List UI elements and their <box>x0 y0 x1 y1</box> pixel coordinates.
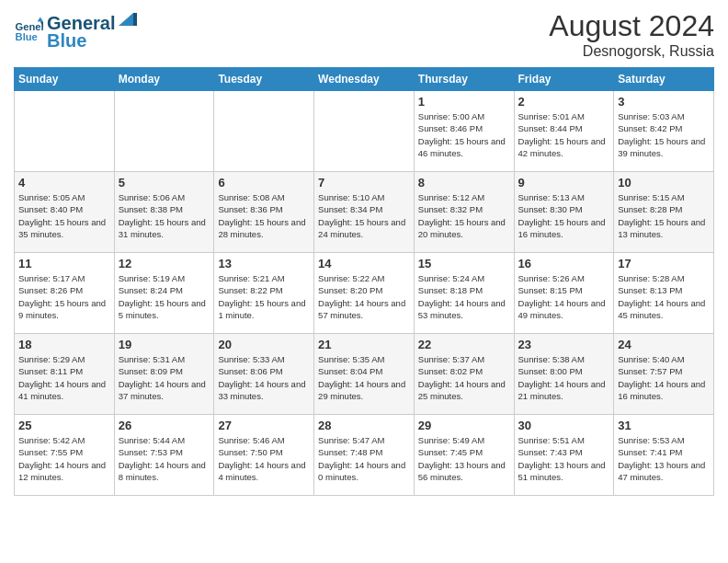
day-info: Sunrise: 5:01 AM Sunset: 8:44 PM Dayligh… <box>518 110 610 159</box>
day-number: 27 <box>218 419 310 432</box>
day-info: Sunrise: 5:26 AM Sunset: 8:15 PM Dayligh… <box>518 272 610 321</box>
calendar-cell: 23Sunrise: 5:38 AM Sunset: 8:00 PM Dayli… <box>514 334 614 415</box>
calendar-cell: 7Sunrise: 5:10 AM Sunset: 8:34 PM Daylig… <box>314 172 415 253</box>
calendar-cell: 27Sunrise: 5:46 AM Sunset: 7:50 PM Dayli… <box>214 415 314 496</box>
day-info: Sunrise: 5:22 AM Sunset: 8:20 PM Dayligh… <box>318 272 410 321</box>
weekday-header-sunday: Sunday <box>15 68 115 91</box>
day-info: Sunrise: 5:53 AM Sunset: 7:41 PM Dayligh… <box>618 434 710 483</box>
calendar-cell: 17Sunrise: 5:28 AM Sunset: 8:13 PM Dayli… <box>614 253 714 334</box>
day-info: Sunrise: 5:03 AM Sunset: 8:42 PM Dayligh… <box>618 110 710 159</box>
day-info: Sunrise: 5:05 AM Sunset: 8:40 PM Dayligh… <box>18 191 110 240</box>
day-info: Sunrise: 5:49 AM Sunset: 7:45 PM Dayligh… <box>418 434 510 483</box>
day-number: 11 <box>18 257 110 270</box>
calendar-cell: 5Sunrise: 5:06 AM Sunset: 8:38 PM Daylig… <box>114 172 214 253</box>
day-info: Sunrise: 5:06 AM Sunset: 8:38 PM Dayligh… <box>119 191 210 240</box>
day-number: 17 <box>618 257 710 270</box>
day-number: 5 <box>119 176 210 190</box>
logo: General Blue General Blue <box>14 9 139 52</box>
day-info: Sunrise: 5:00 AM Sunset: 8:46 PM Dayligh… <box>418 110 510 159</box>
calendar-cell: 29Sunrise: 5:49 AM Sunset: 7:45 PM Dayli… <box>414 415 514 496</box>
calendar-cell: 6Sunrise: 5:08 AM Sunset: 8:36 PM Daylig… <box>214 172 314 253</box>
day-number: 15 <box>418 257 510 270</box>
day-info: Sunrise: 5:13 AM Sunset: 8:30 PM Dayligh… <box>518 191 610 240</box>
location: Desnogorsk, Russia <box>549 43 714 60</box>
day-number: 23 <box>518 338 610 351</box>
svg-marker-2 <box>38 17 43 22</box>
calendar-table: SundayMondayTuesdayWednesdayThursdayFrid… <box>14 67 714 496</box>
calendar-cell: 1Sunrise: 5:00 AM Sunset: 8:46 PM Daylig… <box>414 91 514 172</box>
day-number: 30 <box>518 419 610 432</box>
day-info: Sunrise: 5:42 AM Sunset: 7:55 PM Dayligh… <box>18 434 110 483</box>
day-info: Sunrise: 5:35 AM Sunset: 8:04 PM Dayligh… <box>318 353 410 402</box>
day-info: Sunrise: 5:44 AM Sunset: 7:53 PM Dayligh… <box>119 434 210 483</box>
day-number: 7 <box>318 176 410 190</box>
weekday-header-tuesday: Tuesday <box>214 68 314 91</box>
day-number: 18 <box>18 338 110 351</box>
calendar-cell: 10Sunrise: 5:15 AM Sunset: 8:28 PM Dayli… <box>614 172 714 253</box>
day-number: 19 <box>119 338 210 351</box>
calendar-cell: 21Sunrise: 5:35 AM Sunset: 8:04 PM Dayli… <box>314 334 415 415</box>
day-info: Sunrise: 5:10 AM Sunset: 8:34 PM Dayligh… <box>318 191 410 240</box>
calendar-cell <box>314 91 415 172</box>
day-info: Sunrise: 5:17 AM Sunset: 8:26 PM Dayligh… <box>18 272 110 321</box>
day-number: 21 <box>318 338 410 351</box>
day-info: Sunrise: 5:51 AM Sunset: 7:43 PM Dayligh… <box>518 434 610 483</box>
day-number: 31 <box>618 419 710 432</box>
calendar-cell: 12Sunrise: 5:19 AM Sunset: 8:24 PM Dayli… <box>114 253 214 334</box>
day-number: 9 <box>518 176 610 190</box>
weekday-header-monday: Monday <box>114 68 214 91</box>
header-row: SundayMondayTuesdayWednesdayThursdayFrid… <box>15 68 714 91</box>
day-number: 20 <box>218 338 310 351</box>
day-info: Sunrise: 5:33 AM Sunset: 8:06 PM Dayligh… <box>218 353 310 402</box>
calendar-cell: 18Sunrise: 5:29 AM Sunset: 8:11 PM Dayli… <box>15 334 115 415</box>
day-info: Sunrise: 5:40 AM Sunset: 7:57 PM Dayligh… <box>618 353 710 402</box>
day-info: Sunrise: 5:31 AM Sunset: 8:09 PM Dayligh… <box>119 353 210 402</box>
logo-icon: General Blue <box>14 16 43 45</box>
day-number: 26 <box>119 419 210 432</box>
day-info: Sunrise: 5:24 AM Sunset: 8:18 PM Dayligh… <box>418 272 510 321</box>
calendar-cell: 3Sunrise: 5:03 AM Sunset: 8:42 PM Daylig… <box>614 91 714 172</box>
calendar-cell <box>15 91 115 172</box>
day-number: 14 <box>318 257 410 270</box>
day-number: 2 <box>518 95 610 109</box>
calendar-cell: 8Sunrise: 5:12 AM Sunset: 8:32 PM Daylig… <box>414 172 514 253</box>
svg-text:General: General <box>16 21 43 32</box>
day-info: Sunrise: 5:08 AM Sunset: 8:36 PM Dayligh… <box>218 191 310 240</box>
weekday-header-saturday: Saturday <box>614 68 714 91</box>
day-number: 10 <box>618 176 710 190</box>
header: General Blue General Blue August 2024 De… <box>14 9 714 60</box>
week-row-1: 1Sunrise: 5:00 AM Sunset: 8:46 PM Daylig… <box>15 91 714 172</box>
svg-marker-4 <box>119 13 133 26</box>
calendar-cell <box>214 91 314 172</box>
day-number: 8 <box>418 176 510 190</box>
day-info: Sunrise: 5:38 AM Sunset: 8:00 PM Dayligh… <box>518 353 610 402</box>
weekday-header-wednesday: Wednesday <box>314 68 415 91</box>
day-number: 25 <box>18 419 110 432</box>
calendar-cell: 4Sunrise: 5:05 AM Sunset: 8:40 PM Daylig… <box>15 172 115 253</box>
title-block: August 2024 Desnogorsk, Russia <box>549 9 714 60</box>
svg-text:Blue: Blue <box>16 31 38 42</box>
calendar-cell: 19Sunrise: 5:31 AM Sunset: 8:09 PM Dayli… <box>114 334 214 415</box>
day-number: 28 <box>318 419 410 432</box>
calendar-cell: 28Sunrise: 5:47 AM Sunset: 7:48 PM Dayli… <box>314 415 415 496</box>
calendar-cell: 14Sunrise: 5:22 AM Sunset: 8:20 PM Dayli… <box>314 253 415 334</box>
day-info: Sunrise: 5:21 AM Sunset: 8:22 PM Dayligh… <box>218 272 310 321</box>
calendar-cell: 31Sunrise: 5:53 AM Sunset: 7:41 PM Dayli… <box>614 415 714 496</box>
month-year: August 2024 <box>549 9 714 43</box>
day-info: Sunrise: 5:15 AM Sunset: 8:28 PM Dayligh… <box>618 191 710 240</box>
day-number: 24 <box>618 338 710 351</box>
week-row-4: 18Sunrise: 5:29 AM Sunset: 8:11 PM Dayli… <box>15 334 714 415</box>
day-info: Sunrise: 5:28 AM Sunset: 8:13 PM Dayligh… <box>618 272 710 321</box>
calendar-cell: 16Sunrise: 5:26 AM Sunset: 8:15 PM Dayli… <box>514 253 614 334</box>
day-number: 6 <box>218 176 310 190</box>
calendar-cell: 13Sunrise: 5:21 AM Sunset: 8:22 PM Dayli… <box>214 253 314 334</box>
day-info: Sunrise: 5:46 AM Sunset: 7:50 PM Dayligh… <box>218 434 310 483</box>
week-row-5: 25Sunrise: 5:42 AM Sunset: 7:55 PM Dayli… <box>15 415 714 496</box>
week-row-3: 11Sunrise: 5:17 AM Sunset: 8:26 PM Dayli… <box>15 253 714 334</box>
calendar-cell: 25Sunrise: 5:42 AM Sunset: 7:55 PM Dayli… <box>15 415 115 496</box>
weekday-header-thursday: Thursday <box>414 68 514 91</box>
logo-triangle <box>117 9 137 29</box>
calendar-cell <box>114 91 214 172</box>
svg-marker-5 <box>133 13 137 26</box>
day-number: 1 <box>418 95 510 109</box>
